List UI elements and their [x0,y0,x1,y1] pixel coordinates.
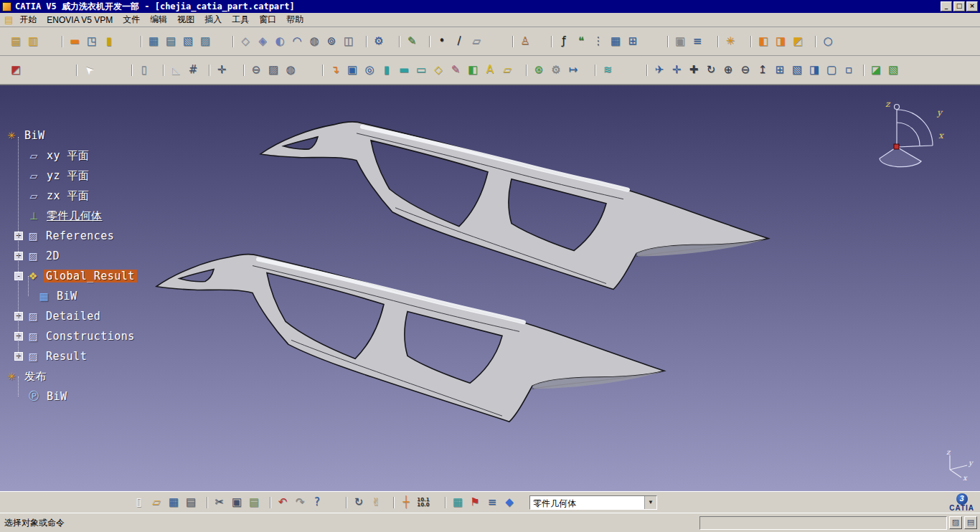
tree-item-plane-xy[interactable]: ▱xy 平面 [4,146,137,166]
boundary-icon[interactable]: ◠ [288,33,306,50]
tree-label-constructions[interactable]: Constructions [44,330,137,343]
select-arrow-icon[interactable]: ➤ [80,62,98,79]
menu-item-2[interactable]: ENOVIA V5 VPM [42,14,118,27]
tree-label-publication-biw[interactable]: BiW [44,390,70,403]
measure-ruler-icon[interactable]: ▬ [66,33,83,50]
surface-diamond-icon[interactable]: ◇ [430,62,447,79]
enovia-work-icon[interactable]: ▤ [7,33,24,50]
tree-expander-sketches-2d[interactable]: + [14,252,23,260]
menu-item-1[interactable]: 开始 [14,12,42,27]
tree-item-part-body[interactable]: ⊥零件几何体 [4,206,137,226]
minimize-button[interactable]: _ [941,1,952,11]
status-tray-icon-1[interactable]: ▨ [949,516,962,529]
menu-item-5[interactable]: 视图 [172,12,199,27]
healing-icon[interactable]: ◈ [254,33,271,50]
lock-icon[interactable]: ▣ [672,33,689,50]
power-input-field[interactable] [699,516,947,530]
circle-window-icon[interactable]: ◎ [361,62,378,79]
point-icon[interactable]: • [433,33,451,50]
tree-label-global-result-biw[interactable]: BiW [55,290,80,303]
tree-label-references[interactable]: References [44,229,116,242]
tree-item-biw-root[interactable]: ✳BiW [4,125,137,146]
knowledge-inspector-icon[interactable]: ⊞ [624,33,641,50]
tree-item-detailed[interactable]: +▨Detailed [4,306,137,326]
iso-box-icon[interactable]: ◧ [755,33,772,50]
tree-label-plane-zx[interactable]: zx 平面 [44,189,92,203]
slab-icon[interactable]: ▭ [413,62,430,79]
settings-gear-icon[interactable]: ⚙ [370,33,387,50]
tree-item-result[interactable]: +▨Result [4,346,137,366]
cut-icon[interactable]: ✂ [211,494,228,511]
shade-sphere-icon[interactable]: ◍ [282,62,299,79]
compass[interactable]: z y x [872,98,948,177]
fly-mode-icon[interactable]: ✈ [651,62,668,79]
grid-icon[interactable]: # [184,62,202,79]
menu-item-9[interactable]: 帮助 [281,12,308,27]
in-work-object-combo[interactable]: 零件几何体 ▼ [529,495,657,510]
tree-label-result[interactable]: Result [44,350,89,363]
maximize-button[interactable]: □ [953,1,965,11]
exit-workbench-icon[interactable]: ↴ [326,62,344,79]
tree-label-plane-yz[interactable]: yz 平面 [44,169,92,183]
menu-item-8[interactable]: 窗口 [254,12,281,27]
whats-this-icon[interactable]: ? [308,494,326,511]
tree-label-part-body[interactable]: 零件几何体 [44,209,105,223]
iso-box-2-icon[interactable]: ◨ [772,33,789,50]
extract-icon[interactable]: ◍ [306,33,323,50]
barrel-icon[interactable]: ▮ [378,62,395,79]
zoom-in-icon[interactable]: ⊕ [720,62,737,79]
gear-globe-icon[interactable]: ⊛ [530,62,547,79]
untrim-icon[interactable]: ◐ [271,33,288,50]
annotation-a-icon[interactable]: A [481,62,499,79]
knowledge-diamond-icon[interactable]: ◆ [501,494,518,511]
combo-dropdown-icon[interactable]: ▼ [644,496,656,509]
transfer-icon[interactable]: ↦ [565,62,582,79]
paste-icon[interactable]: ▤ [245,494,263,511]
update-icon[interactable]: ◩ [7,62,24,79]
open-catalog-icon[interactable]: ▦ [145,33,162,50]
library-icon[interactable]: ▤ [162,33,179,50]
copy-icon[interactable]: ▣ [228,494,245,511]
plane-icon[interactable]: ▱ [468,33,485,50]
flag-pin-icon[interactable]: ⚑ [466,494,484,511]
tree-item-constructions[interactable]: +▨Constructions [4,326,137,346]
comment-icon[interactable]: ❝ [573,33,590,50]
rule-icon[interactable]: ⋮ [590,33,607,50]
tree-expander-global-result[interactable]: - [14,272,23,280]
pencil-edit-icon[interactable]: ✎ [447,62,464,79]
component-palette-icon[interactable]: ▨ [197,33,214,50]
snap-icon[interactable]: ✛ [213,62,230,79]
tree-expander-references[interactable]: + [14,232,23,240]
catalog-book-icon[interactable]: ▧ [179,33,197,50]
tree-item-global-result-biw[interactable]: ▦BiW [4,286,137,306]
layers-icon[interactable]: ≋ [599,62,616,79]
tree-label-biw-root[interactable]: BiW [22,129,47,142]
close-button[interactable]: × [966,1,978,11]
design-table-icon[interactable]: ▦ [607,33,624,50]
rotate-icon[interactable]: ↻ [702,62,720,79]
tools-gear-icon[interactable]: ✳ [722,33,739,50]
print-icon[interactable]: ▤ [182,494,199,511]
status-tray-icon-2[interactable]: ▤ [964,516,977,529]
circle-tool-icon[interactable]: ○ [819,33,837,50]
hatch-sphere-icon[interactable]: ▨ [265,62,282,79]
tree-item-publication-biw[interactable]: ⓅBiW [4,386,137,407]
small-plane-icon[interactable]: ▱ [499,62,516,79]
formula-fx-icon[interactable]: ƒ [555,33,573,50]
window-icon[interactable]: ▣ [344,62,361,79]
tree-label-plane-xy[interactable]: xy 平面 [44,149,92,163]
join-icon[interactable]: ◇ [237,33,254,50]
refresh-icon[interactable]: ↻ [350,494,367,511]
tree-item-sketches-2d[interactable]: +▨2D [4,246,137,266]
units-icon[interactable]: 10.1 10.0 [415,494,432,511]
open-folder-icon[interactable]: ▱ [148,494,165,511]
macro-icon[interactable]: ▯ [136,62,153,79]
sketcher-icon[interactable]: ◺ [167,62,184,79]
menu-item-7[interactable]: 工具 [227,12,254,27]
measure-green-icon[interactable]: ◪ [867,62,885,79]
redo-icon[interactable]: ↷ [291,494,308,511]
tree-label-sketches-2d[interactable]: 2D [44,250,62,262]
tree-label-detailed[interactable]: Detailed [44,310,103,323]
pan-hand-icon[interactable]: ✌ [367,494,385,511]
menu-item-6[interactable]: 插入 [199,12,227,27]
